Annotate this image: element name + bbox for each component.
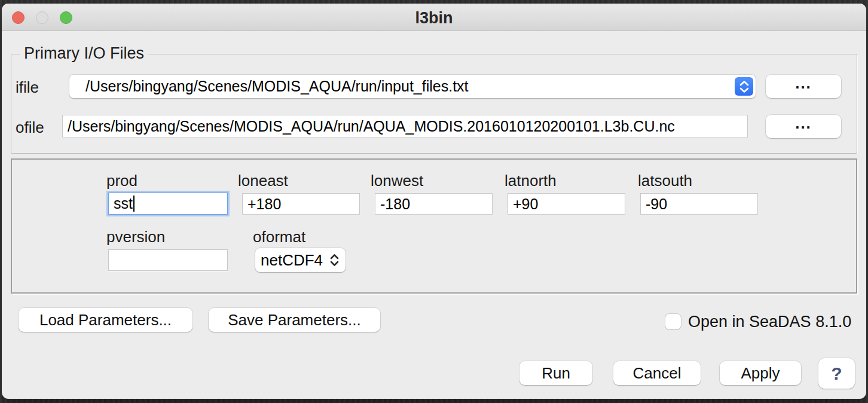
loneast-value: +180 xyxy=(247,196,281,213)
lonwest-value: -180 xyxy=(380,196,410,213)
oformat-value: netCDF4 xyxy=(261,251,323,270)
run-button[interactable]: Run xyxy=(519,361,592,385)
text-caret xyxy=(133,196,135,212)
ifile-combobox[interactable]: /Users/bingyang/Scenes/MODIS_AQUA/run/in… xyxy=(69,75,756,98)
primary-io-groupbox: Primary I/O Files ifile /Users/bingyang/… xyxy=(11,54,857,154)
pversion-field[interactable] xyxy=(108,249,228,271)
prod-field[interactable]: sst xyxy=(108,193,228,215)
lonwest-field[interactable]: -180 xyxy=(375,193,493,215)
ifile-browse-button[interactable]: ... xyxy=(766,75,841,98)
load-parameters-button[interactable]: Load Parameters... xyxy=(19,308,192,332)
latnorth-label: latnorth xyxy=(505,172,557,190)
ifile-value: /Users/bingyang/Scenes/MODIS_AQUA/run/in… xyxy=(85,78,469,94)
loneast-label: loneast xyxy=(238,172,288,190)
ofile-label: ofile xyxy=(16,118,44,137)
open-in-seadas-checkbox[interactable] xyxy=(665,314,681,329)
prod-value: sst xyxy=(114,195,133,212)
window-title: l3bin xyxy=(2,9,866,28)
loneast-field[interactable]: +180 xyxy=(242,193,360,215)
parameters-panel: prod loneast lonwest latnorth latsouth s… xyxy=(11,158,857,294)
ofile-field[interactable]: /Users/bingyang/Scenes/MODIS_AQUA/run/AQ… xyxy=(62,115,748,138)
cancel-button[interactable]: Cancel xyxy=(613,361,701,385)
save-parameters-button[interactable]: Save Parameters... xyxy=(209,308,380,332)
combo-stepper-icon[interactable] xyxy=(735,77,753,96)
apply-button[interactable]: Apply xyxy=(720,361,801,385)
latsouth-value: -90 xyxy=(646,196,667,213)
l3bin-dialog: l3bin Primary I/O Files ifile /Users/bin… xyxy=(2,4,866,399)
latnorth-field[interactable]: +90 xyxy=(508,193,625,215)
latsouth-label: latsouth xyxy=(638,172,692,190)
lonwest-label: lonwest xyxy=(371,172,423,190)
latsouth-field[interactable]: -90 xyxy=(640,193,758,215)
ofile-browse-button[interactable]: ... xyxy=(766,115,841,138)
latnorth-value: +90 xyxy=(513,196,538,213)
popup-chevrons-icon xyxy=(329,253,340,267)
title-bar: l3bin xyxy=(2,4,866,31)
ifile-label: ifile xyxy=(16,78,39,97)
groupbox-legend: Primary I/O Files xyxy=(20,44,148,63)
pversion-label: pversion xyxy=(106,228,165,246)
open-in-seadas-label: Open in SeaDAS 8.1.0 xyxy=(688,313,851,331)
prod-label: prod xyxy=(106,172,137,190)
oformat-label: oformat xyxy=(253,228,305,246)
help-button[interactable]: ? xyxy=(818,358,855,389)
ofile-value: /Users/bingyang/Scenes/MODIS_AQUA/run/AQ… xyxy=(68,118,675,135)
oformat-popup[interactable]: netCDF4 xyxy=(255,248,346,272)
